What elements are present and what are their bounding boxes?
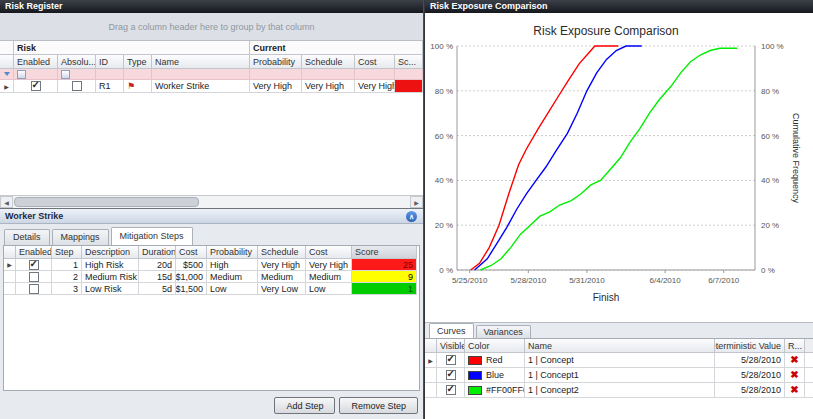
column-header-type[interactable]: Type [124, 55, 152, 69]
color-swatch [468, 356, 482, 365]
risk-detail-panel: Worker Strike ∧ Details Mappings Mitigat… [0, 209, 423, 419]
tab-curves[interactable]: Curves [429, 323, 474, 338]
curve-remove-cell: ✖ [785, 353, 805, 368]
filter-cell-enabled[interactable] [14, 69, 58, 80]
curve-visible-checkbox[interactable] [446, 385, 456, 395]
svg-text:60 %: 60 % [435, 132, 453, 141]
column-header-deterministic-value[interactable]: Deterministic Value [715, 339, 785, 353]
column-header-score[interactable]: Score [352, 246, 417, 259]
step-enabled-cell [16, 283, 52, 295]
remove-step-button[interactable]: Remove Step [339, 397, 418, 414]
mitigation-row-2[interactable]: 2 Medium Risk 15d $1,000 Medium Medium M… [4, 271, 419, 283]
curve-color-cell[interactable]: #FF00FF00 [465, 383, 525, 398]
column-header-schedule[interactable]: Schedule [302, 55, 355, 69]
step-schedule-cell: Medium [258, 271, 306, 283]
curve-row-blue[interactable]: Blue 1 | Concept1 5/28/2010 ✖ [425, 368, 813, 383]
column-header-schedule[interactable]: Schedule [258, 246, 306, 259]
curve-visible-checkbox[interactable] [446, 355, 456, 365]
tab-variances[interactable]: Variances [476, 325, 531, 338]
scroll-left-arrow-icon[interactable]: ◀ [0, 196, 13, 208]
step-number-cell: 1 [52, 259, 82, 271]
curve-color-cell[interactable]: Red [465, 353, 525, 368]
band-current[interactable]: Current [250, 41, 423, 55]
row-selector-cell: ▶ [425, 353, 437, 368]
curve-row-green[interactable]: #FF00FF00 1 | Concept2 5/28/2010 ✖ [425, 383, 813, 398]
filter-checkbox-icon [17, 70, 26, 79]
curve-visible-checkbox[interactable] [446, 370, 456, 380]
delete-curve-icon[interactable]: ✖ [790, 370, 798, 380]
column-header-name[interactable]: Name [525, 339, 715, 353]
svg-text:5/31/2010: 5/31/2010 [569, 276, 605, 285]
horizontal-scrollbar[interactable]: ◀ ▶ [0, 195, 423, 208]
column-header-description[interactable]: Description [82, 246, 139, 259]
row-selected-arrow-icon: ▶ [4, 83, 9, 90]
delete-curve-icon[interactable]: ✖ [790, 355, 798, 365]
mitigation-row-3[interactable]: 3 Low Risk 5d $1,500 Low Very Low Low 1 [4, 283, 419, 295]
tab-mappings[interactable]: Mappings [52, 229, 109, 245]
curve-row-red[interactable]: ▶ Red 1 | Concept 5/28/2010 ✖ [425, 353, 813, 368]
row-selector-cell: ▶ [0, 80, 14, 93]
svg-text:20 %: 20 % [435, 221, 453, 230]
filter-cell-name[interactable] [152, 69, 250, 80]
curve-deterministic-value-cell: 5/28/2010 [715, 368, 785, 383]
column-header-step[interactable]: Step [52, 246, 82, 259]
band-risk[interactable]: Risk [14, 41, 250, 55]
step-enabled-checkbox[interactable] [29, 272, 39, 282]
scrollbar-track[interactable] [13, 196, 410, 208]
tab-details[interactable]: Details [4, 229, 50, 245]
scroll-right-arrow-icon[interactable]: ▶ [410, 196, 423, 208]
add-step-button[interactable]: Add Step [274, 397, 335, 414]
column-header-enabled[interactable]: Enabled [14, 55, 58, 69]
filter-cell-probability[interactable] [250, 69, 302, 80]
svg-text:0 %: 0 % [439, 266, 453, 275]
group-by-drop-area[interactable]: Drag a column header here to group by th… [0, 13, 423, 41]
column-header-enabled[interactable]: Enabled [16, 246, 52, 259]
risk-cost-cell: Very High [355, 80, 395, 93]
column-header-score[interactable]: Sc... [395, 55, 423, 69]
svg-text:6/7/2010: 6/7/2010 [708, 276, 740, 285]
column-header-probability[interactable]: Probability [250, 55, 302, 69]
row-filler-cell [805, 353, 813, 368]
step-number-cell: 3 [52, 283, 82, 295]
risk-row-worker-strike[interactable]: ▶ R1 ⚑ Worker Strike Very High Very High… [0, 80, 423, 93]
color-swatch [468, 371, 482, 380]
risk-enabled-checkbox[interactable] [31, 81, 41, 91]
filter-cell-schedule[interactable] [302, 69, 355, 80]
curve-name-cell: 1 | Concept1 [525, 368, 715, 383]
svg-text:5/25/2010: 5/25/2010 [452, 276, 488, 285]
row-selected-arrow-icon: ▶ [7, 261, 12, 268]
step-enabled-cell [16, 259, 52, 271]
step-enabled-checkbox[interactable] [29, 284, 39, 294]
tab-mitigation-steps[interactable]: Mitigation Steps [111, 227, 193, 245]
column-header-visible[interactable]: Visible [437, 339, 465, 353]
delete-curve-icon[interactable]: ✖ [790, 385, 798, 395]
column-header-probability[interactable]: Probability [207, 246, 258, 259]
filter-cell-absolute[interactable] [58, 69, 96, 80]
column-header-name[interactable]: Name [152, 55, 250, 69]
step-cost-impact-cell: Medium [306, 271, 352, 283]
svg-text:100 %: 100 % [430, 42, 453, 51]
step-description-cell: High Risk [82, 259, 139, 271]
risk-absolute-checkbox[interactable] [72, 81, 82, 91]
scrollbar-thumb[interactable] [14, 197, 199, 207]
mitigation-row-1[interactable]: ▶ 1 High Risk 20d $500 High Very High Ve… [4, 259, 419, 271]
column-header-duration[interactable]: Duration [139, 246, 176, 259]
row-selector-cell [425, 368, 437, 383]
column-header-id[interactable]: ID [96, 55, 124, 69]
column-header-cost[interactable]: Cost [176, 246, 207, 259]
collapse-panel-button[interactable]: ∧ [406, 211, 417, 222]
column-header-color[interactable]: Color [465, 339, 525, 353]
column-header-cost[interactable]: Cost [355, 55, 395, 69]
filter-cell-type[interactable] [124, 69, 152, 80]
column-header-remove[interactable]: R... [785, 339, 805, 353]
filter-row[interactable] [0, 69, 423, 80]
column-header-cost-impact[interactable]: Cost [306, 246, 352, 259]
curve-name-cell: 1 | Concept [525, 353, 715, 368]
step-enabled-checkbox[interactable] [29, 260, 39, 270]
filter-cell-cost[interactable] [355, 69, 395, 80]
column-header-absolute[interactable]: Absolu... [58, 55, 96, 69]
curve-color-cell[interactable]: Blue [465, 368, 525, 383]
filter-cell-id[interactable] [96, 69, 124, 80]
svg-text:40 %: 40 % [435, 176, 453, 185]
filter-cell-score[interactable] [395, 69, 423, 80]
